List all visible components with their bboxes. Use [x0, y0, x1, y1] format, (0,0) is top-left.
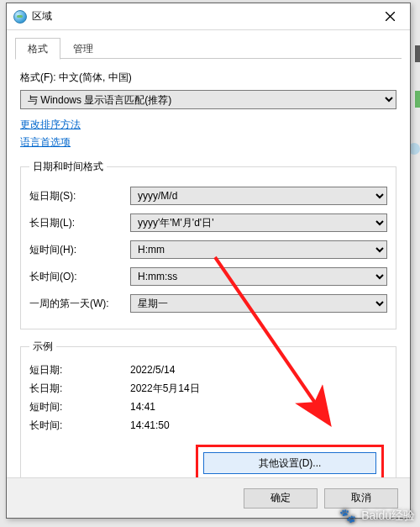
example-label-long-date: 长日期:	[29, 382, 130, 396]
example-label-short-date: 短日期:	[29, 363, 130, 377]
format-label: 格式(F): 中文(简体, 中国)	[20, 71, 396, 85]
row-short-date: 短日期(S): yyyy/M/d	[29, 184, 387, 208]
datetime-format-legend: 日期和时间格式	[29, 160, 107, 174]
region-dialog: 区域 格式 管理 格式(F): 中文(简体, 中国) 与 Windows 显示语…	[6, 3, 411, 519]
external-decor	[415, 45, 420, 62]
example-long-time: 长时间: 14:41:50	[29, 416, 387, 435]
dialog-body: 格式 管理 格式(F): 中文(简体, 中国) 与 Windows 显示语言匹配…	[7, 30, 410, 513]
example-value-short-time: 14:41	[130, 401, 155, 413]
close-button[interactable]	[371, 4, 408, 29]
label-short-time: 短时间(H):	[29, 243, 130, 257]
additional-settings-button[interactable]: 其他设置(D)...	[203, 452, 376, 474]
tab-admin[interactable]: 管理	[60, 38, 106, 60]
link-sort-method[interactable]: 更改排序方法	[20, 118, 396, 132]
links-area: 更改排序方法 语言首选项	[20, 118, 396, 150]
watermark: 🐾 Baidu经验	[339, 508, 415, 524]
watermark-text: Baidu经验	[361, 509, 415, 524]
row-long-time: 长时间(O): H:mm:ss	[29, 265, 387, 288]
close-icon	[386, 12, 395, 21]
examples-legend: 示例	[29, 340, 56, 354]
label-long-date: 长日期(L):	[29, 216, 130, 230]
example-short-time: 短时间: 14:41	[29, 398, 387, 416]
example-value-long-date: 2022年5月14日	[130, 382, 200, 396]
select-short-date[interactable]: yyyy/M/d	[130, 187, 387, 205]
examples-group: 示例 短日期: 2022/5/14 长日期: 2022年5月14日 短时间: 1…	[20, 340, 396, 498]
label-first-day: 一周的第一天(W):	[29, 297, 130, 311]
select-first-day[interactable]: 星期一	[130, 294, 387, 313]
select-short-time[interactable]: H:mm	[130, 240, 387, 259]
format-panel: 格式(F): 中文(简体, 中国) 与 Windows 显示语言匹配(推荐) 更…	[15, 59, 402, 504]
window-title: 区域	[32, 9, 371, 24]
label-short-date: 短日期(S):	[29, 189, 130, 203]
example-label-short-time: 短时间:	[29, 400, 130, 414]
select-long-time[interactable]: H:mm:ss	[130, 267, 387, 286]
format-dropdown[interactable]: 与 Windows 显示语言匹配(推荐)	[20, 90, 396, 109]
paw-icon: 🐾	[339, 508, 356, 524]
datetime-format-group: 日期和时间格式 短日期(S): yyyy/M/d 长日期(L): yyyy'年'…	[20, 160, 396, 329]
row-long-date: 长日期(L): yyyy'年'M'月'd'日'	[29, 211, 387, 235]
globe-icon	[13, 10, 27, 24]
tab-format[interactable]: 格式	[15, 38, 60, 60]
label-long-time: 长时间(O):	[29, 270, 130, 284]
ok-button[interactable]: 确定	[244, 488, 318, 509]
example-value-long-time: 14:41:50	[130, 419, 170, 431]
example-long-date: 长日期: 2022年5月14日	[29, 379, 387, 398]
row-first-day: 一周的第一天(W): 星期一	[29, 292, 387, 315]
select-long-date[interactable]: yyyy'年'M'月'd'日'	[130, 213, 387, 232]
external-decor	[415, 91, 420, 108]
annotation-highlight-box: 其他设置(D)...	[196, 445, 384, 482]
cancel-button[interactable]: 取消	[324, 488, 398, 509]
example-short-date: 短日期: 2022/5/14	[29, 361, 387, 379]
example-value-short-date: 2022/5/14	[130, 364, 175, 376]
row-short-time: 短时间(H): H:mm	[29, 238, 387, 261]
titlebar: 区域	[7, 3, 410, 30]
example-label-long-time: 长时间:	[29, 419, 130, 433]
link-language-prefs[interactable]: 语言首选项	[20, 135, 396, 150]
tab-strip: 格式 管理	[15, 37, 402, 59]
